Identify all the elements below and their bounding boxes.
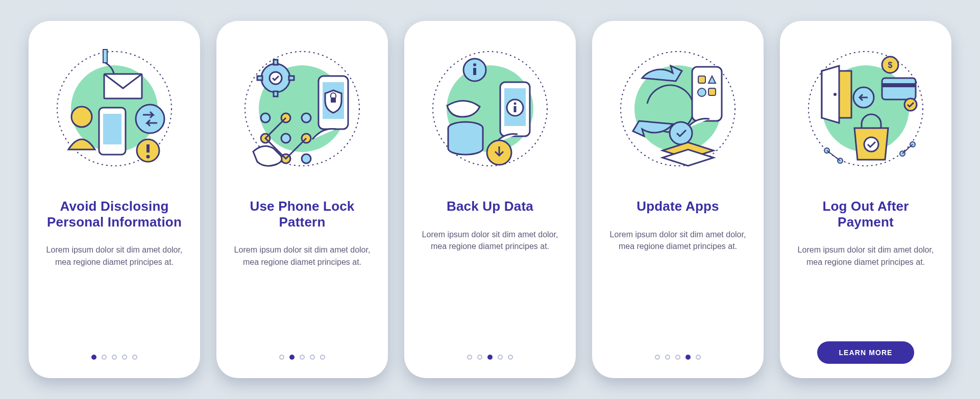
svg-rect-47 [698,76,705,83]
screen-title: Update Apps [635,198,720,214]
pager-dot[interactable] [477,355,482,360]
pager-dot[interactable] [112,355,117,360]
screen-title: Avoid Disclosing Personal Information [42,198,187,230]
svg-point-58 [834,93,837,96]
svg-rect-35 [473,68,476,75]
screen-description: Lorem ipsum dolor sit dim amet dolor, me… [230,244,375,268]
screen-title: Log Out After Payment [793,198,938,230]
screen-description: Lorem ipsum dolor sit dim amet dolor, me… [418,229,562,253]
svg-rect-50 [708,88,716,95]
svg-rect-2 [103,49,107,63]
avoid-disclose-icon [48,42,181,175]
svg-point-24 [302,113,311,122]
pager-dot[interactable] [91,355,96,360]
svg-rect-63 [882,83,916,87]
onboarding-screen-1: Avoid Disclosing Personal Information Lo… [29,21,200,378]
svg-rect-15 [274,91,278,96]
onboarding-screen-3: Back Up Data Lorem ipsum dolor sit dim a… [404,21,576,378]
pager-dot[interactable] [665,355,670,360]
pager-dot[interactable] [508,355,513,360]
svg-point-51 [670,122,692,144]
screen-description: Lorem ipsum dolor sit dim amet dolor, me… [42,244,187,268]
svg-point-30 [302,154,311,163]
pager [279,355,325,360]
svg-rect-62 [882,78,916,99]
pager-dot[interactable] [132,355,137,360]
screen-description: Lorem ipsum dolor sit dim amet dolor, me… [605,229,750,253]
svg-rect-16 [257,76,262,80]
pager-dot[interactable] [487,355,493,360]
svg-point-49 [698,88,706,96]
onboarding-screen-2: Use Phone Lock Pattern Lorem ipsum dolor… [216,21,388,378]
pager [655,355,701,360]
pager-dot[interactable] [675,355,680,360]
pager-dot[interactable] [320,355,325,360]
svg-point-7 [136,105,164,133]
svg-point-39 [514,103,517,105]
lock-pattern-icon [236,42,369,175]
pager [91,355,137,360]
svg-point-26 [281,134,290,143]
pager-dot[interactable] [467,355,472,360]
svg-rect-9 [146,144,150,153]
pager-dot[interactable] [498,355,503,360]
pager [467,355,513,360]
pager-dot[interactable] [685,355,691,360]
pager-dot[interactable] [279,355,284,360]
screen-title: Use Phone Lock Pattern [230,198,375,230]
learn-more-button[interactable]: LEARN MORE [817,341,914,364]
logout-payment-icon: $ [799,42,932,175]
svg-point-22 [261,113,270,122]
svg-point-34 [473,63,476,66]
onboarding-screen-4: Update Apps Lorem ipsum dolor sit dim am… [592,21,764,378]
screen-title: Back Up Data [446,198,534,214]
svg-rect-17 [289,76,294,80]
svg-text:$: $ [888,61,893,69]
pager-dot[interactable] [310,355,315,360]
svg-point-10 [146,155,150,159]
svg-point-65 [864,137,878,152]
svg-rect-21 [331,97,336,103]
svg-rect-6 [103,114,121,144]
pager-dot[interactable] [696,355,701,360]
pager-dot[interactable] [300,355,305,360]
onboarding-screen-5: $ Log Out After Payment Lorem ipsum dolo… [780,21,951,378]
update-apps-icon [611,42,744,175]
svg-rect-40 [514,106,517,112]
pager-dot[interactable] [655,355,660,360]
svg-point-4 [71,107,92,127]
pager-dot[interactable] [289,355,295,360]
backup-data-icon [424,42,556,175]
screen-description: Lorem ipsum dolor sit dim amet dolor, me… [793,244,938,268]
pager-dot[interactable] [102,355,107,360]
svg-rect-14 [274,60,278,65]
pager-dot[interactable] [122,355,127,360]
